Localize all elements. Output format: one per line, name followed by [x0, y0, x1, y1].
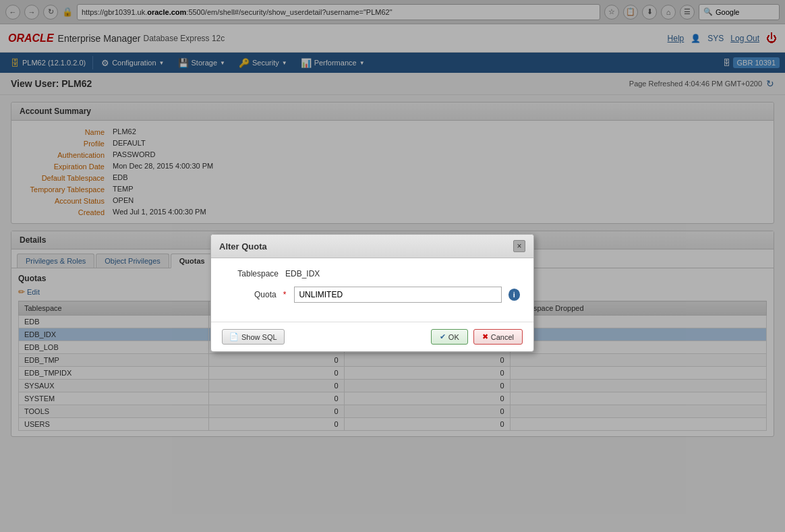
cancel-button[interactable]: ✖ Cancel [473, 329, 523, 345]
form-row-tablespace: Tablespace EDB_IDX [225, 269, 520, 278]
modal-title: Alter Quota [219, 241, 267, 252]
modal-header: Alter Quota × [211, 235, 533, 258]
modal-footer: 📄 Show SQL ✔ OK ✖ Cancel [211, 322, 533, 351]
quota-required-marker: * [283, 290, 287, 299]
modal-body: Tablespace EDB_IDX Quota * i [211, 258, 533, 322]
tablespace-field-value: EDB_IDX [285, 269, 320, 278]
quota-info-button[interactable]: i [508, 289, 520, 301]
quota-input[interactable] [294, 287, 501, 303]
show-sql-button[interactable]: 📄 Show SQL [222, 329, 285, 345]
ok-button[interactable]: ✔ OK [431, 329, 468, 345]
document-icon: 📄 [229, 332, 239, 341]
quota-field-label: Quota [225, 290, 277, 299]
check-icon: ✔ [440, 332, 446, 341]
x-icon: ✖ [482, 332, 488, 341]
modal-close-button[interactable]: × [513, 240, 525, 252]
ok-label: OK [448, 333, 459, 341]
alter-quota-modal: Alter Quota × Tablespace EDB_IDX Quota *… [210, 234, 534, 352]
cancel-label: Cancel [491, 333, 514, 341]
show-sql-label: Show SQL [241, 333, 277, 341]
form-row-quota: Quota * i [225, 287, 520, 303]
modal-overlay: Alter Quota × Tablespace EDB_IDX Quota *… [0, 0, 785, 532]
modal-actions: ✔ OK ✖ Cancel [431, 329, 523, 345]
tablespace-field-label: Tablespace [225, 269, 279, 278]
